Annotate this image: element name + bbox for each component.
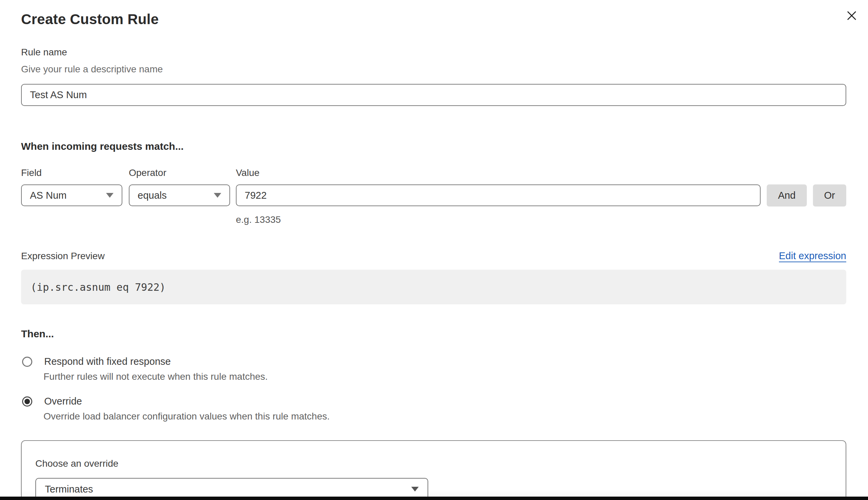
rule-name-label: Rule name: [21, 47, 846, 58]
rule-name-helper: Give your rule a descriptive name: [21, 64, 846, 75]
choose-override-label: Choose an override: [35, 458, 846, 469]
value-example-helper: e.g. 13335: [236, 214, 760, 226]
radio-option-fixed-response: Respond with fixed response Further rule…: [21, 356, 846, 382]
conjunction-buttons: And Or: [767, 167, 846, 206]
then-section-heading: Then...: [21, 328, 846, 340]
radio-selected-icon[interactable]: [22, 396, 32, 407]
value-input-value: 7922: [245, 190, 267, 201]
expression-code: (ip.src.asnum eq 7922): [31, 281, 166, 293]
expression-preview-label: Expression Preview: [21, 250, 105, 262]
override-radio-label[interactable]: Override: [44, 396, 82, 407]
edit-expression-link[interactable]: Edit expression: [779, 250, 846, 262]
rule-name-input[interactable]: Test AS Num: [21, 84, 846, 106]
expression-preview-box: (ip.src.asnum eq 7922): [21, 270, 846, 304]
override-helper: Override load balancer configuration val…: [44, 411, 846, 422]
value-label: Value: [236, 167, 760, 179]
chevron-down-icon: [106, 193, 113, 198]
or-button[interactable]: Or: [813, 184, 846, 206]
field-label: Field: [21, 167, 122, 179]
chevron-down-icon: [411, 487, 419, 491]
field-select[interactable]: AS Num: [21, 184, 122, 206]
chevron-down-icon: [214, 193, 221, 198]
close-icon: [846, 10, 857, 21]
field-select-value: AS Num: [30, 190, 67, 201]
action-radio-group: Respond with fixed response Further rule…: [21, 356, 846, 422]
radio-option-override: Override Override load balancer configur…: [21, 396, 846, 422]
create-custom-rule-dialog: Create Custom Rule Rule name Give your r…: [0, 0, 868, 500]
close-button[interactable]: [845, 9, 858, 22]
operator-select-value: equals: [138, 190, 167, 201]
match-section-heading: When incoming requests match...: [21, 141, 846, 152]
radio-unselected-icon[interactable]: [22, 357, 32, 367]
fixed-response-radio-label[interactable]: Respond with fixed response: [44, 356, 171, 367]
value-input[interactable]: 7922: [236, 184, 760, 206]
fixed-response-helper: Further rules will not execute when this…: [44, 371, 846, 382]
operator-label: Operator: [129, 167, 230, 179]
bottom-edge-bar: [0, 497, 868, 500]
operator-select[interactable]: equals: [129, 184, 230, 206]
rule-name-input-value: Test AS Num: [30, 89, 87, 101]
override-settings-panel: Choose an override Terminates: [21, 440, 846, 500]
and-button[interactable]: And: [767, 184, 807, 206]
override-select-value: Terminates: [45, 484, 93, 495]
dialog-title: Create Custom Rule: [21, 11, 846, 27]
condition-row: Field AS Num Operator equals Value 7922 …: [21, 167, 846, 226]
